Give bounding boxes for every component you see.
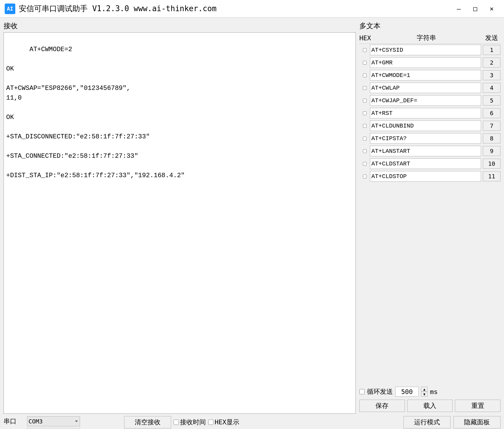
hex-display-label[interactable]: HEX显示	[208, 418, 239, 427]
minimize-button[interactable]: —	[451, 3, 466, 14]
row-checkbox-container	[359, 73, 370, 77]
row-send-btn-6[interactable]: 6	[483, 108, 500, 118]
receive-label: 接收	[4, 21, 356, 31]
receive-time-checkbox[interactable]	[173, 420, 179, 425]
multi-text-header: HEX 字符串 发送	[359, 32, 500, 44]
multi-text-row: 7	[359, 120, 500, 132]
row-checkbox-container	[359, 149, 370, 153]
spin-down-button[interactable]: ▼	[421, 392, 428, 397]
row-checkbox-6[interactable]	[363, 111, 367, 115]
controls-row: 串口 COM3 波特率 115200 数据位 8 校验位 No	[4, 416, 500, 429]
row-checkbox-container	[359, 162, 370, 166]
maximize-button[interactable]: □	[468, 3, 483, 14]
row-checkbox-3[interactable]	[363, 73, 367, 77]
row-checkbox-container	[359, 124, 370, 128]
row-input-10[interactable]	[370, 158, 481, 169]
action-row: 保存 载入 重置	[359, 398, 500, 414]
main-content: 接收 AT+CWMODE=2 OK AT+CWSAP="ESP8266","01…	[0, 18, 504, 414]
row-checkbox-10[interactable]	[363, 162, 367, 166]
row-checkbox-4[interactable]	[363, 86, 367, 90]
row-checkbox-container	[359, 137, 370, 140]
save-button[interactable]: 保存	[359, 400, 405, 412]
mode-buttons: 运行模式 下载模式	[403, 416, 450, 429]
app-icon: AI	[5, 4, 15, 14]
row-send-btn-7[interactable]: 7	[483, 121, 500, 131]
row-input-9[interactable]	[370, 146, 481, 156]
row-checkbox-9[interactable]	[363, 149, 367, 153]
serial-settings: 串口 COM3 波特率 115200 数据位 8 校验位 No	[4, 416, 80, 429]
row-checkbox-1[interactable]	[363, 48, 367, 52]
row-checkbox-2[interactable]	[363, 61, 367, 65]
row-input-11[interactable]	[370, 171, 481, 182]
row-checkbox-container	[359, 99, 370, 103]
multi-text-row: 5	[359, 94, 500, 107]
row-checkbox-5[interactable]	[363, 99, 367, 103]
left-panel: 接收 AT+CWMODE=2 OK AT+CWSAP="ESP8266","01…	[4, 21, 356, 414]
loop-send-checkbox[interactable]	[359, 389, 365, 394]
multi-text-rows: 1 2 3 4 5	[359, 44, 500, 384]
multi-text-row: 2	[359, 56, 500, 69]
row-input-7[interactable]	[370, 120, 481, 131]
receive-time-label[interactable]: 接收时间	[173, 418, 206, 427]
row-send-btn-2[interactable]: 2	[483, 58, 500, 68]
hex-display-checkbox[interactable]	[208, 420, 213, 425]
multi-text-row: 11	[359, 170, 500, 183]
row-checkbox-container	[359, 111, 370, 115]
row-input-4[interactable]	[370, 83, 481, 93]
reset-button[interactable]: 重置	[455, 400, 500, 412]
loop-send-label: 循环发送	[367, 387, 393, 396]
row-send-btn-10[interactable]: 10	[483, 159, 500, 169]
clear-receive-button[interactable]: 清空接收	[124, 416, 171, 428]
row-send-btn-11[interactable]: 11	[483, 171, 500, 181]
row-checkbox-container	[359, 86, 370, 90]
row-checkbox-8[interactable]	[363, 137, 367, 140]
row-input-2[interactable]	[370, 57, 481, 68]
row-checkbox-container	[359, 48, 370, 52]
spin-up-button[interactable]: ▲	[421, 387, 428, 392]
middle-controls: 清空接收 接收时间 HEX显示 保存接收 自动换行	[124, 416, 400, 429]
loop-ms-label: ms	[430, 388, 438, 396]
title-bar: AI 安信可串口调试助手 V1.2.3.0 www.ai-thinker.com…	[0, 0, 504, 18]
multi-text-row: 10	[359, 157, 500, 170]
load-button[interactable]: 载入	[407, 400, 453, 412]
multi-text-row: 3	[359, 69, 500, 82]
row-checkbox-container	[359, 61, 370, 65]
app-title: 安信可串口调试助手 V1.2.3.0 www.ai-thinker.com	[19, 4, 216, 14]
receive-area[interactable]: AT+CWMODE=2 OK AT+CWSAP="ESP8266","01234…	[4, 32, 356, 414]
middle-row1: 清空接收 接收时间 HEX显示	[124, 416, 400, 428]
port-row: 串口 COM3	[4, 416, 80, 427]
header-string: 字符串	[370, 33, 483, 42]
row-checkbox-11[interactable]	[363, 175, 367, 178]
row-send-btn-9[interactable]: 9	[483, 146, 500, 156]
row-send-btn-3[interactable]: 3	[483, 70, 500, 80]
close-button[interactable]: ✕	[484, 3, 499, 14]
row-send-btn-4[interactable]: 4	[483, 83, 500, 93]
row-input-5[interactable]	[370, 95, 481, 106]
port-select[interactable]: COM3	[27, 416, 80, 426]
row-input-6[interactable]	[370, 108, 481, 118]
row-send-btn-8[interactable]: 8	[483, 133, 500, 143]
row-checkbox-container	[359, 175, 370, 178]
right-panel: 多文本 HEX 字符串 发送 1 2 3	[359, 21, 500, 414]
row-input-8[interactable]	[370, 133, 481, 144]
window-controls: — □ ✕	[451, 3, 499, 14]
header-hex: HEX	[359, 34, 370, 42]
row-send-btn-1[interactable]: 1	[483, 45, 500, 55]
title-bar-left: AI 安信可串口调试助手 V1.2.3.0 www.ai-thinker.com	[5, 4, 216, 14]
loop-interval-input[interactable]	[395, 387, 419, 397]
bottom-controls: 串口 COM3 波特率 115200 数据位 8 校验位 No	[0, 414, 504, 429]
port-label: 串口	[4, 417, 27, 426]
hide-panel-button[interactable]: 隐藏面板	[453, 416, 500, 428]
run-mode-button[interactable]: 运行模式	[403, 416, 450, 428]
multi-text-row: 4	[359, 82, 500, 94]
panel-buttons: 隐藏面板 显示历史	[453, 416, 500, 429]
row-checkbox-7[interactable]	[363, 124, 367, 128]
row-input-1[interactable]	[370, 45, 481, 55]
receive-content: AT+CWMODE=2 OK AT+CWSAP="ESP8266","01234…	[6, 46, 185, 179]
header-send: 发送	[483, 33, 500, 42]
loop-row: 循环发送 ▲ ▼ ms	[359, 384, 500, 398]
multi-text-label: 多文本	[359, 21, 500, 31]
row-send-btn-5[interactable]: 5	[483, 95, 500, 105]
multi-text-row: 6	[359, 107, 500, 120]
row-input-3[interactable]	[370, 70, 481, 81]
